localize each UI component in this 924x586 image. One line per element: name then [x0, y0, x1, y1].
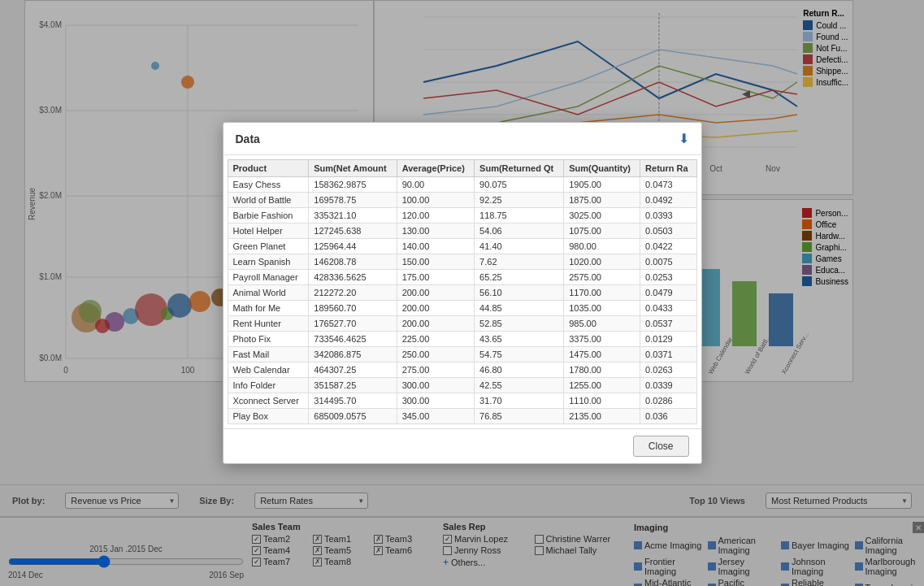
table-cell: World of Battle	[228, 193, 309, 208]
table-row: Play Box685009.0575345.0076.852135.000.0…	[228, 409, 696, 424]
table-cell: 130.00	[397, 224, 474, 239]
table-body: Easy Chess158362.987590.0090.0751905.000…	[228, 177, 696, 424]
table-cell: 275.00	[397, 362, 474, 378]
table-header-row: ProductSum(Net AmountAverage(Price)Sum(R…	[228, 160, 696, 177]
table-cell: 2575.00	[564, 270, 640, 285]
table-row: Fast Mail342086.875250.0054.751475.000.0…	[228, 347, 696, 362]
table-cell: 90.00	[397, 177, 474, 193]
table-cell: 0.0537	[640, 316, 696, 332]
close-button[interactable]: Close	[633, 436, 689, 457]
data-modal: Data ⬇ ProductSum(Net AmountAverage(Pric…	[223, 122, 702, 464]
table-cell: 7.62	[475, 254, 564, 270]
table-cell: 351587.25	[309, 378, 397, 393]
modal-overlay[interactable]: Data ⬇ ProductSum(Net AmountAverage(Pric…	[0, 0, 924, 586]
table-cell: 3025.00	[564, 208, 640, 224]
modal-footer: Close	[223, 428, 701, 463]
table-cell: 200.00	[397, 316, 474, 332]
table-row: Easy Chess158362.987590.0090.0751905.000…	[228, 177, 696, 193]
table-cell: 41.40	[475, 239, 564, 254]
table-cell: Animal World	[228, 285, 309, 301]
table-cell: 146208.78	[309, 254, 397, 270]
table-cell: Hotel Helper	[228, 224, 309, 239]
table-cell: 0.0075	[640, 254, 696, 270]
table-cell: 31.70	[475, 393, 564, 409]
table-cell: 76.85	[475, 409, 564, 424]
table-cell: 0.0286	[640, 393, 696, 409]
table-cell: 127245.638	[309, 224, 397, 239]
table-cell: 1255.00	[564, 378, 640, 393]
table-row: Payroll Manager428336.5625175.0065.25257…	[228, 270, 696, 285]
table-cell: Photo Fix	[228, 332, 309, 347]
table-cell: 212272.20	[309, 285, 397, 301]
table-cell: 0.036	[640, 409, 696, 424]
table-cell: 65.25	[475, 270, 564, 285]
table-cell: Info Folder	[228, 378, 309, 393]
table-cell: 176527.70	[309, 316, 397, 332]
table-cell: 54.06	[475, 224, 564, 239]
dashboard: $4.0M $3.0M $2.0M $1.0M $0.0M 0 100 Reve…	[0, 0, 924, 586]
table-cell: 985.00	[564, 316, 640, 332]
table-cell: 0.0263	[640, 362, 696, 378]
table-cell: 0.0339	[640, 378, 696, 393]
table-cell: 733546.4625	[309, 332, 397, 347]
table-cell: 342086.875	[309, 347, 397, 362]
modal-header: Data ⬇	[223, 123, 701, 155]
table-cell: 0.0129	[640, 332, 696, 347]
modal-title: Data	[236, 132, 260, 145]
table-cell: 1110.00	[564, 393, 640, 409]
table-row: Animal World212272.20200.0056.101170.000…	[228, 285, 696, 301]
table-row: Hotel Helper127245.638130.0054.061075.00…	[228, 224, 696, 239]
table-cell: 54.75	[475, 347, 564, 362]
table-cell: Play Box	[228, 409, 309, 424]
table-cell: 1475.00	[564, 347, 640, 362]
table-cell: 169578.75	[309, 193, 397, 208]
table-row: Math for Me189560.70200.0044.851035.000.…	[228, 301, 696, 316]
table-cell: Web Calendar	[228, 362, 309, 378]
data-table: ProductSum(Net AmountAverage(Price)Sum(R…	[228, 159, 697, 424]
table-cell: 175.00	[397, 270, 474, 285]
table-cell: 56.10	[475, 285, 564, 301]
table-cell: 140.00	[397, 239, 474, 254]
table-cell: 43.65	[475, 332, 564, 347]
table-cell: Barbie Fashion	[228, 208, 309, 224]
table-cell: 150.00	[397, 254, 474, 270]
table-cell: 1905.00	[564, 177, 640, 193]
table-cell: 158362.9875	[309, 177, 397, 193]
table-cell: Green Planet	[228, 239, 309, 254]
download-icon[interactable]: ⬇	[679, 131, 689, 146]
table-cell: 42.55	[475, 378, 564, 393]
table-cell: 90.075	[475, 177, 564, 193]
table-cell: 314495.70	[309, 393, 397, 409]
table-row: Learn Spanish146208.78150.007.621020.000…	[228, 254, 696, 270]
table-cell: 1875.00	[564, 193, 640, 208]
table-cell: Xconnect Server	[228, 393, 309, 409]
table-header-cell: Product	[228, 160, 309, 177]
table-row: Xconnect Server314495.70300.0031.701110.…	[228, 393, 696, 409]
table-cell: 200.00	[397, 285, 474, 301]
table-cell: 300.00	[397, 378, 474, 393]
table-cell: 0.0422	[640, 239, 696, 254]
table-header-cell: Return Ra	[640, 160, 696, 177]
table-cell: 0.0492	[640, 193, 696, 208]
table-cell: Payroll Manager	[228, 270, 309, 285]
table-cell: Rent Hunter	[228, 316, 309, 332]
table-cell: 345.00	[397, 409, 474, 424]
table-cell: 225.00	[397, 332, 474, 347]
table-cell: 428336.5625	[309, 270, 397, 285]
table-header-cell: Sum(Net Amount	[309, 160, 397, 177]
table-cell: 120.00	[397, 208, 474, 224]
table-cell: 189560.70	[309, 301, 397, 316]
table-cell: 0.0473	[640, 177, 696, 193]
table-cell: 0.0393	[640, 208, 696, 224]
table-cell: 92.25	[475, 193, 564, 208]
table-row: Rent Hunter176527.70200.0052.85985.000.0…	[228, 316, 696, 332]
table-cell: 1170.00	[564, 285, 640, 301]
table-cell: 1035.00	[564, 301, 640, 316]
table-cell: 0.0479	[640, 285, 696, 301]
table-row: Green Planet125964.44140.0041.40980.000.…	[228, 239, 696, 254]
table-header-cell: Sum(Quantity)	[564, 160, 640, 177]
table-cell: 118.75	[475, 208, 564, 224]
table-cell: 46.80	[475, 362, 564, 378]
table-cell: 44.85	[475, 301, 564, 316]
table-cell: 1780.00	[564, 362, 640, 378]
